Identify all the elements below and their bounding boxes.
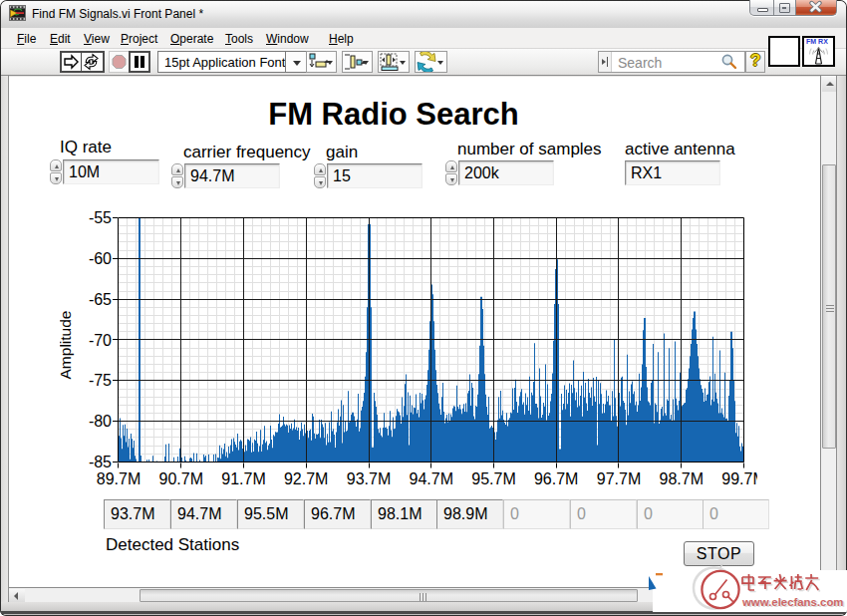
- svg-text:90.7M: 90.7M: [159, 470, 203, 487]
- svg-text:-85: -85: [89, 454, 112, 470]
- svg-text:-80: -80: [89, 413, 112, 430]
- svg-text:95.7M: 95.7M: [471, 470, 515, 487]
- svg-text:-55: -55: [89, 209, 112, 226]
- svg-text:99.7M: 99.7M: [721, 470, 757, 487]
- svg-text:www.elecfans.com: www.elecfans.com: [741, 596, 844, 608]
- svg-text:-75: -75: [89, 372, 112, 389]
- svg-text:94.7M: 94.7M: [410, 470, 453, 487]
- svg-text:-60: -60: [89, 250, 112, 267]
- svg-text:92.7M: 92.7M: [284, 470, 328, 487]
- svg-text:96.7M: 96.7M: [534, 470, 578, 487]
- svg-text:89.7M: 89.7M: [97, 470, 141, 487]
- svg-text:98.7M: 98.7M: [660, 470, 704, 487]
- svg-text:-70: -70: [89, 332, 112, 349]
- svg-text:97.7M: 97.7M: [597, 470, 641, 487]
- svg-text:93.7M: 93.7M: [347, 470, 391, 487]
- svg-text:Amplitude: Amplitude: [60, 311, 74, 380]
- svg-text:91.7M: 91.7M: [221, 470, 265, 487]
- svg-text:-65: -65: [89, 291, 112, 308]
